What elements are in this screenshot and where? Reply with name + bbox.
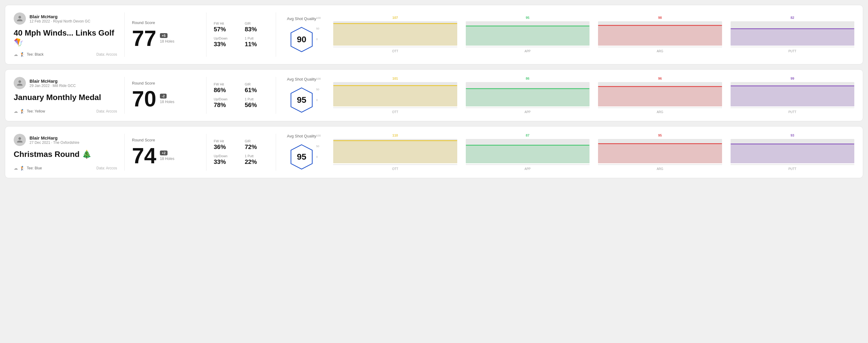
- score-row: 70 -2 18 Holes: [132, 88, 199, 110]
- hex-score: 95: [297, 152, 306, 162]
- tee-label: Tee: Black: [27, 52, 43, 57]
- round-title: January Monthly Medal: [14, 93, 117, 102]
- divider-2: [206, 12, 207, 57]
- oneputt-stat: 1 Putt 11%: [245, 36, 269, 48]
- fw-hit-value: 36%: [214, 144, 238, 151]
- user-name: Blair McHarg: [30, 79, 76, 84]
- gir-stat: GIR 83%: [245, 22, 269, 33]
- user-name: Blair McHarg: [30, 135, 79, 141]
- round-card-round3: Blair McHarg 27 Dec 2021 · The Oxfordshi…: [5, 126, 863, 178]
- left-section: Blair McHarg 29 Jan 2022 · Mill Ride GCC…: [14, 77, 117, 114]
- hexagon: 95: [288, 86, 315, 114]
- card-footer: ☁ 🏌 Tee: Black Data: Arccos: [14, 52, 117, 57]
- updown-value: 78%: [214, 101, 238, 108]
- fw-hit-stat: FW Hit 86%: [214, 83, 238, 94]
- chart-col-arg: 96 ARG: [598, 76, 722, 114]
- tee-info: ☁ 🏌 Tee: Yellow: [14, 109, 45, 114]
- updown-label: Up/Down: [214, 154, 238, 158]
- user-icon: [17, 15, 23, 22]
- fw-hit-label: FW Hit: [214, 22, 238, 25]
- data-source: Data: Arccos: [96, 52, 117, 57]
- gir-stat: GIR 72%: [245, 139, 269, 151]
- holes-label: 18 Holes: [160, 39, 174, 43]
- divider-2: [206, 134, 207, 170]
- user-info: Blair McHarg 12 Feb 2022 · Royal North D…: [14, 12, 117, 25]
- chart-col-app: 95 APP: [466, 16, 590, 53]
- divider-2: [206, 77, 207, 114]
- round-card-round2: Blair McHarg 29 Jan 2022 · Mill Ride GCC…: [5, 69, 863, 121]
- tee-label: Tee: Yellow: [27, 109, 45, 114]
- user-icon: [17, 80, 23, 86]
- divider-1: [124, 12, 125, 57]
- user-details: Blair McHarg 27 Dec 2021 · The Oxfordshi…: [30, 135, 79, 145]
- data-source: Data: Arccos: [96, 109, 117, 114]
- stats-grid: FW Hit 57% GIR 83% Up/Down 33% 1 Putt 11…: [214, 22, 269, 48]
- quality-label: Avg Shot Quality: [287, 17, 316, 21]
- stats-section: FW Hit 36% GIR 72% Up/Down 33% 1 Putt 22…: [214, 134, 269, 170]
- oneputt-stat: 1 Putt 22%: [245, 154, 269, 165]
- round-title: Christmas Round 🎄: [14, 150, 117, 159]
- chart-col-ott: 101 OTT: [333, 76, 457, 114]
- oneputt-label: 1 Putt: [245, 97, 269, 101]
- user-icon: [17, 136, 23, 143]
- quality-label: Avg Shot Quality: [287, 77, 316, 82]
- quality-section: Avg Shot Quality 95: [283, 134, 320, 170]
- updown-stat: Up/Down 78%: [214, 97, 238, 108]
- bag-icon: 🏌: [20, 52, 25, 57]
- data-source: Data: Arccos: [96, 166, 117, 170]
- chart-col-arg: 95 ARG: [598, 133, 722, 170]
- divider-3: [276, 77, 276, 114]
- divider-1: [124, 77, 125, 114]
- oneputt-value: 11%: [245, 41, 269, 48]
- divider-1: [124, 134, 125, 170]
- card-footer: ☁ 🏌 Tee: Blue Data: Arccos: [14, 166, 117, 170]
- score-detail: +5 18 Holes: [160, 33, 174, 43]
- date-course: 12 Feb 2022 · Royal North Devon GC: [30, 19, 90, 23]
- updown-label: Up/Down: [214, 97, 238, 101]
- holes-label: 18 Holes: [160, 157, 174, 161]
- chart-col-putt: 93 PUTT: [731, 133, 855, 170]
- score-row: 74 +2 18 Holes: [132, 145, 199, 167]
- hexagon: 90: [288, 26, 315, 53]
- fw-hit-value: 86%: [214, 87, 238, 94]
- round-title: 40 Mph Winds... Links Golf 🪁: [14, 28, 117, 47]
- bag-icon: 🏌: [20, 166, 25, 170]
- chart-col-ott: 107 OTT: [333, 16, 457, 53]
- gir-value: 72%: [245, 144, 269, 151]
- holes-label: 18 Holes: [160, 100, 174, 104]
- chart-col-app: 86 APP: [466, 76, 590, 114]
- chart-section: 100 50 0 107 OTT 95 APP: [320, 12, 854, 57]
- cloud-icon: ☁: [14, 52, 18, 57]
- big-score: 77: [132, 27, 156, 49]
- score-badge: +2: [160, 151, 167, 155]
- user-info: Blair McHarg 27 Dec 2021 · The Oxfordshi…: [14, 134, 117, 146]
- user-name: Blair McHarg: [30, 14, 90, 19]
- oneputt-stat: 1 Putt 56%: [245, 97, 269, 108]
- chart-col-arg: 98 ARG: [598, 16, 722, 53]
- fw-hit-stat: FW Hit 36%: [214, 139, 238, 151]
- big-score: 70: [132, 88, 156, 110]
- gir-value: 61%: [245, 87, 269, 94]
- updown-label: Up/Down: [214, 36, 238, 40]
- oneputt-label: 1 Putt: [245, 36, 269, 40]
- cloud-icon: ☁: [14, 109, 18, 114]
- updown-stat: Up/Down 33%: [214, 36, 238, 48]
- left-section: Blair McHarg 27 Dec 2021 · The Oxfordshi…: [14, 134, 117, 170]
- date-course: 27 Dec 2021 · The Oxfordshire: [30, 141, 79, 145]
- fw-hit-label: FW Hit: [214, 83, 238, 86]
- round-score-label: Round Score: [132, 81, 199, 86]
- gir-label: GIR: [245, 139, 269, 143]
- big-score: 74: [132, 145, 156, 167]
- left-section: Blair McHarg 12 Feb 2022 · Royal North D…: [14, 12, 117, 57]
- round-score-label: Round Score: [132, 20, 199, 25]
- stats-section: FW Hit 57% GIR 83% Up/Down 33% 1 Putt 11…: [214, 12, 269, 57]
- quality-section: Avg Shot Quality 90: [283, 12, 320, 57]
- score-section: Round Score 74 +2 18 Holes: [132, 134, 199, 170]
- updown-value: 33%: [214, 41, 238, 48]
- oneputt-label: 1 Putt: [245, 154, 269, 158]
- date-course: 29 Jan 2022 · Mill Ride GCC: [30, 84, 76, 88]
- bag-icon: 🏌: [20, 109, 25, 114]
- round-card-round1: Blair McHarg 12 Feb 2022 · Royal North D…: [5, 5, 863, 64]
- fw-hit-stat: FW Hit 57%: [214, 22, 238, 33]
- score-section: Round Score 70 -2 18 Holes: [132, 77, 199, 114]
